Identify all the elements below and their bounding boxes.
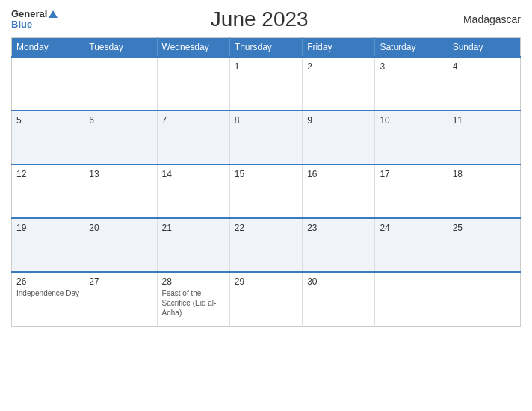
- calendar-cell: 10: [375, 111, 448, 164]
- logo: General Blue: [11, 9, 58, 31]
- day-number: 24: [380, 223, 442, 233]
- day-number: 22: [235, 223, 297, 233]
- calendar-cell: 18: [448, 164, 520, 218]
- logo-triangle-icon: [49, 10, 58, 18]
- calendar-cell: 24: [375, 218, 448, 272]
- calendar-cell: 23: [303, 218, 375, 272]
- calendar-cell: 16: [303, 164, 375, 218]
- calendar-cell: 6: [84, 111, 157, 164]
- day-event: Feast of the Sacrifice (Eid al-Adha): [162, 288, 225, 318]
- day-number: 15: [235, 169, 297, 179]
- header-saturday: Saturday: [375, 38, 448, 58]
- day-number: 23: [307, 223, 370, 233]
- calendar-cell: 7: [157, 111, 229, 164]
- day-number: 17: [380, 169, 442, 179]
- week-row-5: 26Independence Day2728Feast of the Sacri…: [12, 272, 521, 326]
- calendar-cell: [375, 272, 448, 326]
- week-row-4: 19202122232425: [12, 218, 521, 272]
- country-label: Madagascar: [461, 13, 521, 25]
- day-number: 26: [16, 276, 79, 287]
- week-row-1: 1234: [12, 57, 521, 111]
- day-number: 14: [162, 169, 225, 179]
- week-row-3: 12131415161718: [12, 164, 521, 218]
- day-number: 29: [235, 276, 297, 287]
- calendar-cell: [12, 57, 84, 111]
- calendar-cell: 25: [448, 218, 520, 272]
- week-row-2: 567891011: [12, 111, 521, 164]
- day-number: 20: [89, 223, 152, 233]
- calendar-cell: 11: [448, 111, 520, 164]
- day-number: 3: [380, 61, 442, 72]
- calendar-cell: 3: [375, 57, 448, 111]
- day-number: 27: [89, 276, 152, 287]
- calendar-cell: 26Independence Day: [12, 272, 84, 326]
- calendar-cell: 13: [84, 164, 157, 218]
- day-number: 2: [307, 61, 370, 72]
- day-number: 9: [307, 115, 370, 126]
- calendar-cell: 22: [229, 218, 302, 272]
- calendar-cell: 14: [157, 164, 229, 218]
- calendar-cell: 27: [84, 272, 157, 326]
- calendar-cell: [157, 57, 229, 111]
- day-number: 11: [453, 115, 516, 126]
- calendar-cell: 30: [303, 272, 375, 326]
- day-number: 7: [162, 115, 225, 126]
- day-number: 21: [162, 223, 225, 233]
- day-number: 10: [380, 115, 442, 126]
- calendar-cell: [448, 272, 520, 326]
- calendar-cell: 12: [12, 164, 84, 218]
- calendar-cell: [84, 57, 157, 111]
- day-event: Independence Day: [16, 288, 79, 298]
- day-number: 30: [307, 276, 370, 287]
- calendar-cell: 2: [303, 57, 375, 111]
- header-monday: Monday: [12, 38, 84, 58]
- calendar-body: 1234567891011121314151617181920212223242…: [12, 57, 521, 326]
- calendar-cell: 21: [157, 218, 229, 272]
- calendar-cell: 9: [303, 111, 375, 164]
- calendar-cell: 15: [229, 164, 302, 218]
- calendar-header: Monday Tuesday Wednesday Thursday Friday…: [12, 38, 521, 58]
- calendar-title: June 2023: [58, 7, 461, 31]
- header-tuesday: Tuesday: [84, 38, 157, 58]
- day-number: 4: [453, 61, 516, 72]
- calendar-page: General Blue June 2023 Madagascar Monday…: [0, 0, 532, 411]
- calendar-cell: 29: [229, 272, 302, 326]
- day-number: 16: [307, 169, 370, 179]
- day-number: 8: [235, 115, 297, 126]
- calendar-cell: 5: [12, 111, 84, 164]
- calendar-cell: 19: [12, 218, 84, 272]
- calendar-cell: 17: [375, 164, 448, 218]
- header-thursday: Thursday: [229, 38, 302, 58]
- day-number: 13: [89, 169, 152, 179]
- calendar-cell: 20: [84, 218, 157, 272]
- weekday-row: Monday Tuesday Wednesday Thursday Friday…: [12, 38, 521, 58]
- day-number: 18: [453, 169, 516, 179]
- calendar-cell: 8: [229, 111, 302, 164]
- day-number: 6: [89, 115, 152, 126]
- header-wednesday: Wednesday: [157, 38, 229, 58]
- day-number: 5: [16, 115, 79, 126]
- calendar-cell: 4: [448, 57, 520, 111]
- day-number: 12: [16, 169, 79, 179]
- day-number: 25: [453, 223, 516, 233]
- day-number: 1: [235, 61, 297, 72]
- header: General Blue June 2023 Madagascar: [11, 7, 521, 31]
- calendar-cell: 1: [229, 57, 302, 111]
- day-number: 19: [16, 223, 79, 233]
- header-friday: Friday: [303, 38, 375, 58]
- calendar-table: Monday Tuesday Wednesday Thursday Friday…: [11, 37, 521, 327]
- logo-blue-text: Blue: [11, 19, 32, 30]
- header-sunday: Sunday: [448, 38, 520, 58]
- day-number: 28: [162, 276, 225, 287]
- calendar-cell: 28Feast of the Sacrifice (Eid al-Adha): [157, 272, 229, 326]
- logo-general-text: General: [11, 9, 58, 19]
